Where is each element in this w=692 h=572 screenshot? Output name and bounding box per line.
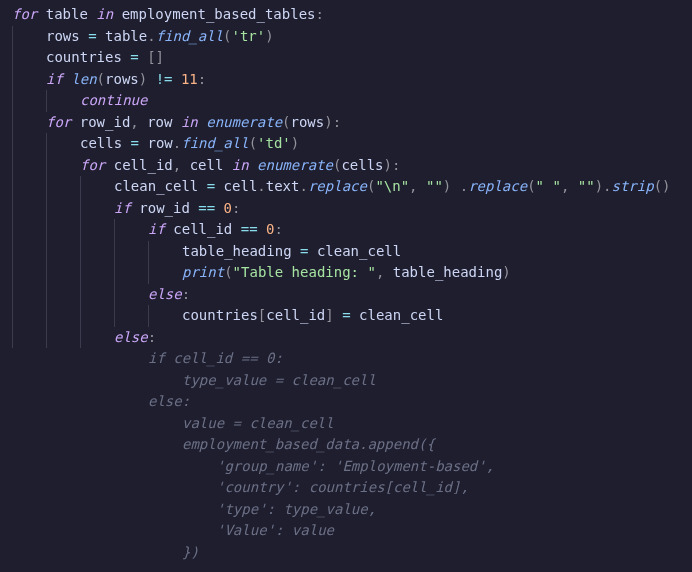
code-token: for xyxy=(12,6,37,22)
code-line[interactable]: type_value = clean_cell xyxy=(12,370,692,392)
code-token xyxy=(292,243,300,259)
code-token: rows xyxy=(105,71,139,87)
code-line[interactable]: print("Table heading: ", table_heading) xyxy=(12,262,692,284)
indent-guide xyxy=(46,434,80,456)
indent-guide xyxy=(46,370,80,392)
code-token: : xyxy=(232,200,240,216)
code-token: countries xyxy=(182,307,258,323)
code-token: 11 xyxy=(181,71,198,87)
code-token xyxy=(334,307,342,323)
code-token: in xyxy=(181,114,198,130)
code-line[interactable]: countries = [] xyxy=(12,47,692,69)
indent-guide xyxy=(114,241,148,263)
code-token xyxy=(384,264,392,280)
code-token: : xyxy=(274,221,282,237)
indent-guide xyxy=(46,305,80,327)
code-line[interactable]: 'country': countries[cell_id], xyxy=(12,477,692,499)
code-token: else xyxy=(148,286,182,302)
code-token: "Table heading: " xyxy=(233,264,376,280)
indent-guide xyxy=(114,348,148,370)
indent-guide xyxy=(46,348,80,370)
indent-guide xyxy=(12,348,46,370)
code-line[interactable]: value = clean_cell xyxy=(12,413,692,435)
indent-guide xyxy=(148,477,182,499)
indent-guide xyxy=(46,391,80,413)
indent-guide xyxy=(12,69,46,91)
code-token: employment_based_data.append({ xyxy=(182,436,435,452)
code-line[interactable]: for table in employment_based_tables: xyxy=(12,4,692,26)
code-token: ( xyxy=(527,178,535,194)
code-token: strip xyxy=(612,178,654,194)
code-line[interactable]: for cell_id, cell in enumerate(cells): xyxy=(12,155,692,177)
code-token: ( xyxy=(224,264,232,280)
code-line[interactable]: employment_based_data.append({ xyxy=(12,434,692,456)
code-token: [ xyxy=(147,49,155,65)
code-token xyxy=(418,178,426,194)
code-token: len xyxy=(71,71,96,87)
code-token: else xyxy=(114,329,148,345)
code-line[interactable]: continue xyxy=(12,90,692,112)
code-token: : xyxy=(198,71,206,87)
code-line[interactable]: 'Value': value xyxy=(12,520,692,542)
code-line[interactable]: else: xyxy=(12,391,692,413)
code-line[interactable]: if cell_id == 0: xyxy=(12,348,692,370)
code-token xyxy=(71,114,79,130)
code-line[interactable]: rows = table.find_all('tr') xyxy=(12,26,692,48)
indent-guide xyxy=(114,370,148,392)
code-token xyxy=(105,157,113,173)
code-token: table xyxy=(105,28,147,44)
indent-guide xyxy=(12,542,46,564)
indent-guide xyxy=(80,499,114,521)
code-line[interactable]: table_heading = clean_cell xyxy=(12,241,692,263)
code-token: 'type': type_value, xyxy=(216,501,376,517)
code-token: = xyxy=(131,135,139,151)
code-line[interactable]: else: xyxy=(12,284,692,306)
code-token: find_all xyxy=(181,135,248,151)
indent-guide xyxy=(80,262,114,284)
code-line[interactable]: 'type': type_value, xyxy=(12,499,692,521)
code-token xyxy=(37,6,45,22)
code-editor[interactable]: for table in employment_based_tables:row… xyxy=(0,0,692,563)
code-token: , xyxy=(173,157,181,173)
indent-guide xyxy=(46,542,80,564)
code-token xyxy=(215,178,223,194)
code-token: for xyxy=(80,157,105,173)
code-token: value = clean_cell xyxy=(182,415,334,431)
code-token: 'country': countries[cell_id], xyxy=(216,479,469,495)
code-token: if xyxy=(114,200,131,216)
code-line[interactable]: if cell_id == 0: xyxy=(12,219,692,241)
code-token xyxy=(451,178,459,194)
code-line[interactable]: if row_id == 0: xyxy=(12,198,692,220)
indent-guide xyxy=(46,90,80,112)
code-token: ] xyxy=(156,49,164,65)
indent-guide xyxy=(80,176,114,198)
code-token: }) xyxy=(182,544,199,560)
code-line[interactable]: countries[cell_id] = clean_cell xyxy=(12,305,692,327)
code-token: rows xyxy=(291,114,325,130)
code-line[interactable]: if len(rows) != 11: xyxy=(12,69,692,91)
code-line[interactable]: for row_id, row in enumerate(rows): xyxy=(12,112,692,134)
code-line[interactable]: else: xyxy=(12,327,692,349)
indent-guide xyxy=(182,456,216,478)
indent-guide xyxy=(12,262,46,284)
code-line[interactable]: cells = row.find_all('td') xyxy=(12,133,692,155)
code-token: cell_id xyxy=(173,221,232,237)
code-token: . xyxy=(173,135,181,151)
code-line[interactable]: }) xyxy=(12,542,692,564)
indent-guide xyxy=(46,241,80,263)
code-token: . xyxy=(299,178,307,194)
code-token: row xyxy=(147,114,172,130)
code-token: cell_id xyxy=(266,307,325,323)
code-token: if cell_id == 0: xyxy=(148,350,283,366)
code-token: ) xyxy=(139,71,147,87)
code-token: : xyxy=(392,157,400,173)
code-token xyxy=(97,28,105,44)
indent-guide xyxy=(12,47,46,69)
code-token: != xyxy=(156,71,173,87)
code-line[interactable]: 'group_name': 'Employment-based', xyxy=(12,456,692,478)
indent-guide xyxy=(12,90,46,112)
code-token: ) xyxy=(324,114,332,130)
code-line[interactable]: clean_cell = cell.text.replace("\n", "")… xyxy=(12,176,692,198)
code-token xyxy=(172,114,180,130)
code-token xyxy=(198,178,206,194)
